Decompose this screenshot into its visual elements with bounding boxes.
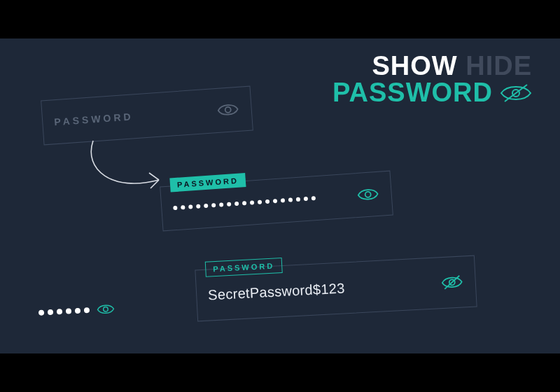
- eye-icon: [357, 186, 379, 203]
- toggle-visibility-button[interactable]: [356, 182, 381, 207]
- arrow-icon: [80, 138, 172, 208]
- eye-icon[interactable]: [96, 302, 115, 316]
- page-title: SHOW HIDE PASSWORD: [332, 52, 532, 107]
- eye-slash-icon: [441, 274, 463, 291]
- eye-icon: [217, 102, 239, 118]
- toggle-visibility-button[interactable]: [216, 97, 241, 122]
- floating-label: PASSWORD: [205, 258, 283, 277]
- password-field-revealed[interactable]: PASSWORD SecretPassword$123: [195, 255, 477, 322]
- title-word-password: PASSWORD: [332, 79, 493, 107]
- toggle-visibility-button[interactable]: [440, 270, 465, 295]
- title-word-show: SHOW: [372, 51, 457, 80]
- revealed-value: SecretPassword$123: [208, 280, 345, 303]
- title-word-hide: HIDE: [465, 51, 532, 80]
- eye-slash-icon: [500, 83, 532, 104]
- password-field-masked[interactable]: PASSWORD: [160, 171, 393, 232]
- password-field-empty[interactable]: PASSWORD: [41, 86, 253, 146]
- masked-value-mini: [38, 307, 90, 316]
- masked-value: [173, 196, 316, 210]
- mini-password-preview: [38, 302, 115, 319]
- placeholder-text: PASSWORD: [54, 111, 134, 127]
- floating-label: PASSWORD: [169, 173, 246, 192]
- svg-point-6: [104, 307, 108, 312]
- svg-point-2: [225, 107, 231, 113]
- svg-point-3: [365, 192, 371, 198]
- stage: SHOW HIDE PASSWORD PASSWORD PA: [0, 38, 560, 354]
